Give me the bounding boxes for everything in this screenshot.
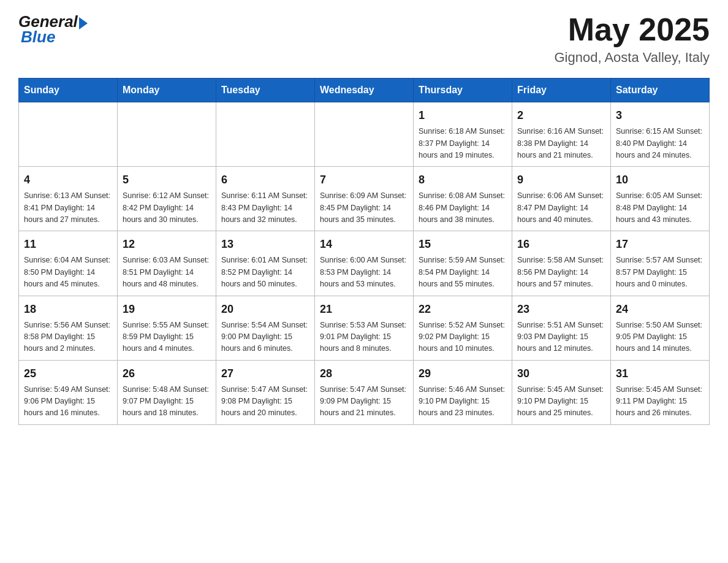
title-block: May 2025 Gignod, Aosta Valley, Italy <box>554 12 710 66</box>
sun-info: Sunrise: 5:59 AM Sunset: 8:54 PM Dayligh… <box>419 255 507 290</box>
day-number: 11 <box>24 236 112 253</box>
calendar-cell: 27Sunrise: 5:47 AM Sunset: 9:08 PM Dayli… <box>216 360 315 424</box>
day-number: 10 <box>616 172 704 188</box>
calendar-cell: 9Sunrise: 6:06 AM Sunset: 8:47 PM Daylig… <box>512 167 611 231</box>
day-number: 4 <box>24 172 112 188</box>
calendar-cell: 7Sunrise: 6:09 AM Sunset: 8:45 PM Daylig… <box>315 167 414 231</box>
calendar-cell: 13Sunrise: 6:01 AM Sunset: 8:52 PM Dayli… <box>216 231 315 296</box>
weekday-header-sunday: Sunday <box>19 79 118 102</box>
day-number: 7 <box>320 172 408 188</box>
calendar-cell <box>315 102 414 167</box>
logo-blue-text: Blue <box>21 28 55 47</box>
calendar-cell: 16Sunrise: 5:58 AM Sunset: 8:56 PM Dayli… <box>512 231 611 296</box>
weekday-header-thursday: Thursday <box>414 79 512 102</box>
calendar-cell: 14Sunrise: 6:00 AM Sunset: 8:53 PM Dayli… <box>315 231 414 296</box>
calendar-cell: 18Sunrise: 5:56 AM Sunset: 8:58 PM Dayli… <box>19 296 118 360</box>
day-number: 21 <box>320 301 408 318</box>
sun-info: Sunrise: 6:13 AM Sunset: 8:41 PM Dayligh… <box>24 190 112 226</box>
day-number: 13 <box>221 236 309 253</box>
calendar-cell: 21Sunrise: 5:53 AM Sunset: 9:01 PM Dayli… <box>315 296 414 360</box>
calendar-cell: 5Sunrise: 6:12 AM Sunset: 8:42 PM Daylig… <box>118 167 216 231</box>
sun-info: Sunrise: 5:58 AM Sunset: 8:56 PM Dayligh… <box>517 255 605 290</box>
calendar-cell: 24Sunrise: 5:50 AM Sunset: 9:05 PM Dayli… <box>611 296 710 360</box>
day-number: 20 <box>221 301 309 318</box>
calendar-cell: 11Sunrise: 6:04 AM Sunset: 8:50 PM Dayli… <box>19 231 118 296</box>
sun-info: Sunrise: 5:45 AM Sunset: 9:11 PM Dayligh… <box>616 384 704 419</box>
page-header: General Blue May 2025 Gignod, Aosta Vall… <box>18 12 710 66</box>
weekday-header-saturday: Saturday <box>611 79 710 102</box>
calendar-cell: 17Sunrise: 5:57 AM Sunset: 8:57 PM Dayli… <box>611 231 710 296</box>
sun-info: Sunrise: 6:01 AM Sunset: 8:52 PM Dayligh… <box>221 255 309 290</box>
day-number: 17 <box>616 236 704 253</box>
day-number: 26 <box>123 366 211 382</box>
sun-info: Sunrise: 5:56 AM Sunset: 8:58 PM Dayligh… <box>24 320 112 355</box>
day-number: 1 <box>419 107 507 124</box>
weekday-header-tuesday: Tuesday <box>216 79 315 102</box>
sun-info: Sunrise: 6:15 AM Sunset: 8:40 PM Dayligh… <box>616 126 704 161</box>
day-number: 5 <box>123 172 211 188</box>
sun-info: Sunrise: 6:00 AM Sunset: 8:53 PM Dayligh… <box>320 255 408 290</box>
sun-info: Sunrise: 6:12 AM Sunset: 8:42 PM Dayligh… <box>123 190 211 226</box>
sun-info: Sunrise: 5:51 AM Sunset: 9:03 PM Dayligh… <box>517 320 605 355</box>
calendar-cell: 4Sunrise: 6:13 AM Sunset: 8:41 PM Daylig… <box>19 167 118 231</box>
calendar-table: SundayMondayTuesdayWednesdayThursdayFrid… <box>18 78 710 425</box>
sun-info: Sunrise: 5:45 AM Sunset: 9:10 PM Dayligh… <box>517 384 605 419</box>
sun-info: Sunrise: 6:16 AM Sunset: 8:38 PM Dayligh… <box>517 126 605 161</box>
sun-info: Sunrise: 5:46 AM Sunset: 9:10 PM Dayligh… <box>419 384 507 419</box>
calendar-cell: 22Sunrise: 5:52 AM Sunset: 9:02 PM Dayli… <box>414 296 512 360</box>
day-number: 19 <box>123 301 211 318</box>
calendar-cell: 2Sunrise: 6:16 AM Sunset: 8:38 PM Daylig… <box>512 102 611 167</box>
calendar-cell: 1Sunrise: 6:18 AM Sunset: 8:37 PM Daylig… <box>414 102 512 167</box>
calendar-week-row: 18Sunrise: 5:56 AM Sunset: 8:58 PM Dayli… <box>19 296 710 360</box>
day-number: 16 <box>517 236 605 253</box>
day-number: 27 <box>221 366 309 382</box>
calendar-cell: 25Sunrise: 5:49 AM Sunset: 9:06 PM Dayli… <box>19 360 118 424</box>
sun-info: Sunrise: 6:11 AM Sunset: 8:43 PM Dayligh… <box>221 190 309 226</box>
day-number: 18 <box>24 301 112 318</box>
logo-arrow-icon <box>79 17 88 29</box>
calendar-week-row: 1Sunrise: 6:18 AM Sunset: 8:37 PM Daylig… <box>19 102 710 167</box>
sun-info: Sunrise: 6:04 AM Sunset: 8:50 PM Dayligh… <box>24 255 112 290</box>
calendar-cell: 12Sunrise: 6:03 AM Sunset: 8:51 PM Dayli… <box>118 231 216 296</box>
day-number: 28 <box>320 366 408 382</box>
calendar-cell: 6Sunrise: 6:11 AM Sunset: 8:43 PM Daylig… <box>216 167 315 231</box>
calendar-cell <box>118 102 216 167</box>
day-number: 3 <box>616 107 704 124</box>
weekday-header-wednesday: Wednesday <box>315 79 414 102</box>
calendar-cell: 19Sunrise: 5:55 AM Sunset: 8:59 PM Dayli… <box>118 296 216 360</box>
sun-info: Sunrise: 5:55 AM Sunset: 8:59 PM Dayligh… <box>123 320 211 355</box>
location-text: Gignod, Aosta Valley, Italy <box>554 50 710 66</box>
sun-info: Sunrise: 5:52 AM Sunset: 9:02 PM Dayligh… <box>419 320 507 355</box>
calendar-cell: 26Sunrise: 5:48 AM Sunset: 9:07 PM Dayli… <box>118 360 216 424</box>
day-number: 22 <box>419 301 507 318</box>
calendar-cell: 28Sunrise: 5:47 AM Sunset: 9:09 PM Dayli… <box>315 360 414 424</box>
weekday-header-friday: Friday <box>512 79 611 102</box>
sun-info: Sunrise: 5:57 AM Sunset: 8:57 PM Dayligh… <box>616 255 704 290</box>
day-number: 25 <box>24 366 112 382</box>
calendar-week-row: 11Sunrise: 6:04 AM Sunset: 8:50 PM Dayli… <box>19 231 710 296</box>
day-number: 23 <box>517 301 605 318</box>
day-number: 15 <box>419 236 507 253</box>
sun-info: Sunrise: 5:49 AM Sunset: 9:06 PM Dayligh… <box>24 384 112 419</box>
sun-info: Sunrise: 5:48 AM Sunset: 9:07 PM Dayligh… <box>123 384 211 419</box>
sun-info: Sunrise: 6:09 AM Sunset: 8:45 PM Dayligh… <box>320 190 408 226</box>
sun-info: Sunrise: 6:18 AM Sunset: 8:37 PM Dayligh… <box>419 126 507 161</box>
calendar-cell: 15Sunrise: 5:59 AM Sunset: 8:54 PM Dayli… <box>414 231 512 296</box>
day-number: 9 <box>517 172 605 188</box>
day-number: 14 <box>320 236 408 253</box>
day-number: 31 <box>616 366 704 382</box>
sun-info: Sunrise: 6:08 AM Sunset: 8:46 PM Dayligh… <box>419 190 507 226</box>
calendar-cell: 20Sunrise: 5:54 AM Sunset: 9:00 PM Dayli… <box>216 296 315 360</box>
sun-info: Sunrise: 6:05 AM Sunset: 8:48 PM Dayligh… <box>616 190 704 226</box>
calendar-week-row: 4Sunrise: 6:13 AM Sunset: 8:41 PM Daylig… <box>19 167 710 231</box>
sun-info: Sunrise: 5:50 AM Sunset: 9:05 PM Dayligh… <box>616 320 704 355</box>
weekday-header-monday: Monday <box>118 79 216 102</box>
day-number: 12 <box>123 236 211 253</box>
calendar-cell: 8Sunrise: 6:08 AM Sunset: 8:46 PM Daylig… <box>414 167 512 231</box>
day-number: 8 <box>419 172 507 188</box>
calendar-week-row: 25Sunrise: 5:49 AM Sunset: 9:06 PM Dayli… <box>19 360 710 424</box>
month-year-title: May 2025 <box>554 12 710 47</box>
sun-info: Sunrise: 5:53 AM Sunset: 9:01 PM Dayligh… <box>320 320 408 355</box>
day-number: 30 <box>517 366 605 382</box>
sun-info: Sunrise: 5:47 AM Sunset: 9:09 PM Dayligh… <box>320 384 408 419</box>
